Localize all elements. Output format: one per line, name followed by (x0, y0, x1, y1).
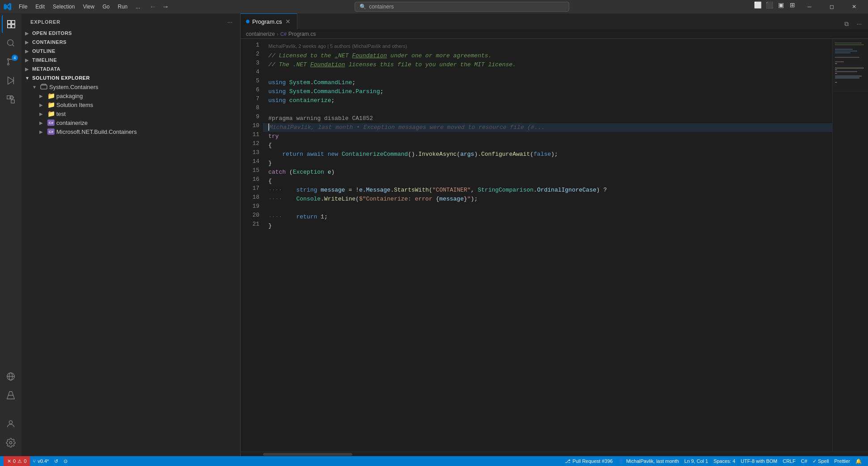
system-containers-label: System.Containers (49, 84, 98, 90)
git-branch-status[interactable]: ⑂ v0.4* (30, 456, 51, 466)
test-folder-icon: 📁 (47, 110, 55, 117)
view-menu[interactable]: View (79, 3, 98, 11)
outline-header[interactable]: ▶ OUTLINE (21, 47, 240, 56)
scrollbar-thumb[interactable] (263, 453, 352, 456)
pull-request-status[interactable]: ⎇ Pull Request #396 (562, 456, 615, 466)
indentation-label: Spaces: 4 (713, 458, 735, 464)
spell-status[interactable]: ✓ Spell (810, 456, 832, 466)
code-line-1: // Licensed to the .NET Foundation under… (263, 51, 832, 60)
tab-program-cs[interactable]: Program.cs ✕ (241, 13, 297, 29)
language-status[interactable]: C# (798, 456, 810, 466)
code-line-12: return await new ContainerizeCommand().I… (263, 150, 832, 159)
global-search-box[interactable]: 🔍 containers (355, 2, 569, 12)
encoding-status[interactable]: UTF-8 with BOM (738, 456, 780, 466)
breadcrumb-root[interactable]: containerize (246, 31, 275, 37)
packaging-folder-icon: 📁 (47, 92, 55, 99)
test-chevron-icon: ▶ (39, 111, 46, 116)
account-activity-button[interactable] (2, 415, 20, 433)
solution-explorer-header[interactable]: ▼ SOLUTION EXPLORER (21, 73, 240, 82)
edit-menu[interactable]: Edit (32, 3, 48, 11)
solution-items-folder-icon: 📁 (47, 101, 55, 108)
remote-status[interactable]: ⊙ (61, 456, 70, 466)
svg-marker-8 (8, 77, 14, 85)
run-menu[interactable]: Run (114, 3, 131, 11)
nav-forward-button[interactable]: → (160, 2, 171, 12)
open-editors-header[interactable]: ▶ OPEN EDITORS (21, 29, 240, 38)
containerize-label: containerize (56, 120, 88, 126)
explorer-title: EXPLORER (30, 19, 60, 25)
packaging-label: packaging (56, 93, 83, 99)
test-label: test (56, 111, 66, 117)
sidebar-header: EXPLORER ··· (21, 13, 240, 29)
sync-status[interactable]: ↺ (51, 456, 61, 466)
metadata-header[interactable]: ▶ METADATA (21, 64, 240, 73)
timeline-section: ▶ TIMELINE (21, 56, 240, 64)
code-line-7 (263, 105, 832, 114)
tree-item-test[interactable]: ▶ 📁 test (21, 109, 240, 118)
source-control-activity-button[interactable]: 4 (2, 53, 20, 71)
restore-button[interactable]: ◻ (821, 0, 842, 13)
git-branch-label: v0.4* (38, 458, 49, 464)
notifications-status[interactable]: 🔔 (853, 456, 864, 466)
microsoft-net-chevron-icon: ▶ (39, 129, 46, 134)
code-line-15: { (263, 177, 832, 186)
indentation-status[interactable]: Spaces: 4 (711, 456, 738, 466)
tab-modified-dot (246, 20, 250, 23)
containers-chevron-icon: ▶ (25, 40, 30, 45)
remote-explorer-activity-button[interactable] (2, 368, 20, 385)
prettier-status[interactable]: Prettier (832, 456, 853, 466)
extensions-activity-button[interactable] (2, 90, 20, 108)
horizontal-scrollbar[interactable] (241, 452, 868, 456)
warning-count: 0 (24, 458, 26, 464)
nav-back-button[interactable]: ← (147, 2, 159, 12)
search-activity-button[interactable] (2, 34, 20, 52)
tree-item-containerize[interactable]: ▶ C# containerize (21, 118, 240, 127)
tree-item-microsoft-net[interactable]: ▶ C# Microsoft.NET.Build.Containers (21, 127, 240, 136)
sidebar-more-button[interactable]: ··· (225, 17, 235, 27)
svg-rect-29 (835, 73, 837, 74)
more-actions-button[interactable]: ··· (854, 18, 864, 29)
toggle-secondary-sidebar-button[interactable]: ▣ (776, 0, 786, 10)
solution-items-chevron-icon: ▶ (39, 103, 46, 107)
breadcrumb-icon: C# (280, 31, 287, 37)
go-menu[interactable]: Go (99, 3, 113, 11)
run-debug-activity-button[interactable] (2, 72, 20, 90)
split-editor-button[interactable]: ⧉ (841, 18, 852, 29)
line-ending-status[interactable]: CRLF (780, 456, 798, 466)
toggle-panel-button[interactable]: ⬛ (764, 0, 774, 10)
customize-layout-button[interactable]: ⊞ (788, 0, 797, 10)
git-blame-status[interactable]: 👤 MichalPavlik, last month (615, 456, 682, 466)
testing-activity-button[interactable] (2, 386, 20, 404)
svg-rect-0 (8, 21, 11, 24)
selection-menu[interactable]: Selection (49, 3, 78, 11)
search-bar: 🔍 containers (175, 2, 749, 12)
system-containers-icon (40, 83, 47, 90)
containers-header[interactable]: ▶ CONTAINERS (21, 38, 240, 47)
tree-item-system-containers[interactable]: ▼ System.Containers (21, 82, 240, 91)
more-menu[interactable]: ... (132, 3, 144, 11)
minimap-content (833, 39, 868, 452)
cursor-position-status[interactable]: Ln 9, Col 1 (682, 456, 711, 466)
packaging-chevron-icon: ▶ (39, 94, 46, 98)
line-ending-label: CRLF (783, 458, 796, 464)
tree-item-packaging[interactable]: ▶ 📁 packaging (21, 91, 240, 100)
svg-rect-21 (835, 51, 857, 51)
svg-rect-26 (835, 68, 864, 68)
minimize-button[interactable]: ─ (799, 0, 820, 13)
svg-rect-19 (835, 44, 864, 45)
file-menu[interactable]: File (15, 3, 31, 11)
toggle-sidebar-button[interactable]: ⬜ (753, 0, 762, 10)
error-status[interactable]: ✕ 0 ⚠ 0 (4, 456, 30, 466)
source-control-badge: 4 (12, 55, 18, 61)
containers-section: ▶ CONTAINERS (21, 38, 240, 47)
code-content[interactable]: MichalPavlik, 2 weeks ago | 5 authors (M… (263, 39, 832, 452)
tab-close-button[interactable]: ✕ (284, 18, 292, 25)
tree-item-solution-items[interactable]: ▶ 📁 Solution Items (21, 100, 240, 109)
close-button[interactable]: ✕ (844, 0, 864, 13)
explorer-activity-button[interactable] (2, 15, 20, 33)
breadcrumb-file[interactable]: Program.cs (288, 31, 316, 37)
timeline-header[interactable]: ▶ TIMELINE (21, 56, 240, 64)
containers-label: CONTAINERS (32, 39, 67, 45)
settings-activity-button[interactable] (2, 434, 20, 452)
system-containers-chevron-icon: ▼ (32, 85, 38, 90)
